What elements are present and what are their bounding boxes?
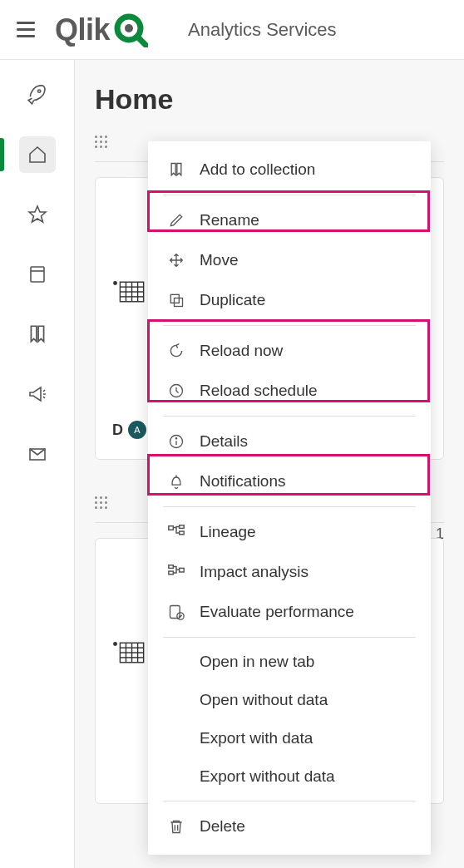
menu-label: Impact analysis	[200, 563, 309, 581]
svg-rect-22	[170, 294, 179, 303]
menu-label: Rename	[200, 211, 259, 229]
menu-label: Add to collection	[200, 160, 315, 179]
logo[interactable]: Qlik	[55, 12, 148, 47]
pencil-icon	[166, 210, 186, 230]
menu-reload-schedule[interactable]: Reload schedule	[148, 371, 431, 411]
menu-divider	[163, 637, 416, 638]
logo-magnifier-icon	[113, 12, 148, 47]
menu-reload-now[interactable]: Reload now	[148, 331, 431, 371]
sidebar-megaphone-icon[interactable]	[19, 376, 56, 412]
svg-rect-23	[175, 298, 183, 307]
menu-label: Export without data	[200, 767, 335, 786]
sidebar	[0, 60, 75, 868]
reload-icon	[166, 341, 186, 361]
menu-label: Export with data	[200, 729, 313, 747]
card-footer: D A	[112, 421, 146, 439]
svg-rect-3	[31, 267, 44, 282]
svg-rect-31	[180, 531, 185, 535]
menu-label: Move	[200, 251, 238, 269]
menu-delete[interactable]: Delete	[148, 806, 431, 846]
duplicate-icon	[166, 290, 186, 310]
svg-point-14	[114, 643, 117, 646]
impact-icon	[166, 562, 186, 582]
menu-open-without-data[interactable]: Open without data	[148, 681, 431, 719]
card-title: D	[112, 422, 123, 439]
hamburger-menu-icon[interactable]	[17, 22, 35, 37]
menu-notifications[interactable]: Notifications	[148, 461, 431, 501]
bookmark-icon	[166, 160, 186, 180]
menu-label: Notifications	[200, 472, 286, 491]
menu-move[interactable]: Move	[148, 240, 431, 280]
sidebar-home-icon[interactable]	[19, 136, 56, 173]
menu-export-without-data[interactable]: Export without data	[148, 757, 431, 796]
menu-label: Evaluate performance	[200, 603, 354, 621]
menu-label: Delete	[200, 817, 245, 836]
menu-lineage[interactable]: Lineage	[148, 512, 431, 552]
svg-point-6	[114, 282, 117, 285]
menu-label: Duplicate	[200, 291, 265, 309]
svg-point-2	[37, 90, 40, 92]
clock-icon	[166, 381, 186, 401]
tenant-name: Analytics Services	[188, 19, 337, 41]
drag-handle-icon[interactable]	[95, 136, 107, 148]
svg-rect-34	[180, 568, 185, 572]
menu-duplicate[interactable]: Duplicate	[148, 280, 431, 320]
menu-label: Reload schedule	[200, 382, 318, 400]
page-title: Home	[95, 83, 444, 116]
svg-rect-29	[169, 526, 174, 530]
menu-evaluate-performance[interactable]: Evaluate performance	[148, 592, 431, 632]
menu-open-new-tab[interactable]: Open in new tab	[148, 643, 431, 681]
svg-point-27	[175, 438, 176, 439]
avatar: A	[128, 421, 146, 439]
svg-rect-35	[170, 606, 180, 619]
move-icon	[166, 250, 186, 270]
menu-details[interactable]: Details	[148, 422, 431, 461]
svg-rect-30	[180, 525, 185, 529]
grid-thumbnail-icon	[112, 278, 146, 309]
svg-rect-33	[169, 571, 174, 575]
menu-divider	[163, 325, 416, 326]
menu-label: Details	[200, 432, 248, 451]
menu-rename[interactable]: Rename	[148, 200, 431, 240]
menu-divider	[163, 801, 416, 801]
svg-point-1	[125, 24, 133, 32]
sidebar-star-icon[interactable]	[19, 196, 56, 233]
context-menu: Add to collection Rename Move Duplicate	[148, 141, 431, 855]
menu-impact-analysis[interactable]: Impact analysis	[148, 552, 431, 592]
bell-icon	[166, 471, 186, 491]
menu-label: Open in new tab	[200, 653, 314, 671]
menu-label: Open without data	[200, 691, 328, 709]
grid-thumbnail-icon	[112, 639, 146, 670]
sidebar-rocket-icon[interactable]	[19, 76, 56, 113]
topbar: Qlik Analytics Services	[0, 0, 464, 60]
menu-label: Lineage	[200, 523, 256, 541]
menu-divider	[163, 416, 416, 417]
lineage-icon	[166, 522, 186, 542]
menu-add-to-collection[interactable]: Add to collection	[148, 150, 431, 190]
sidebar-book-icon[interactable]	[19, 256, 56, 293]
trash-icon	[166, 816, 186, 836]
svg-rect-32	[169, 565, 174, 569]
logo-text: Qlik	[55, 12, 110, 47]
info-icon	[166, 432, 186, 451]
menu-divider	[163, 195, 416, 195]
menu-divider	[163, 506, 416, 507]
sidebar-bookmark-icon[interactable]	[19, 316, 56, 353]
sidebar-mail-icon[interactable]	[19, 436, 56, 472]
menu-export-with-data[interactable]: Export with data	[148, 719, 431, 757]
menu-label: Reload now	[200, 342, 283, 360]
drag-handle-icon[interactable]	[95, 496, 107, 509]
performance-icon	[166, 602, 186, 622]
